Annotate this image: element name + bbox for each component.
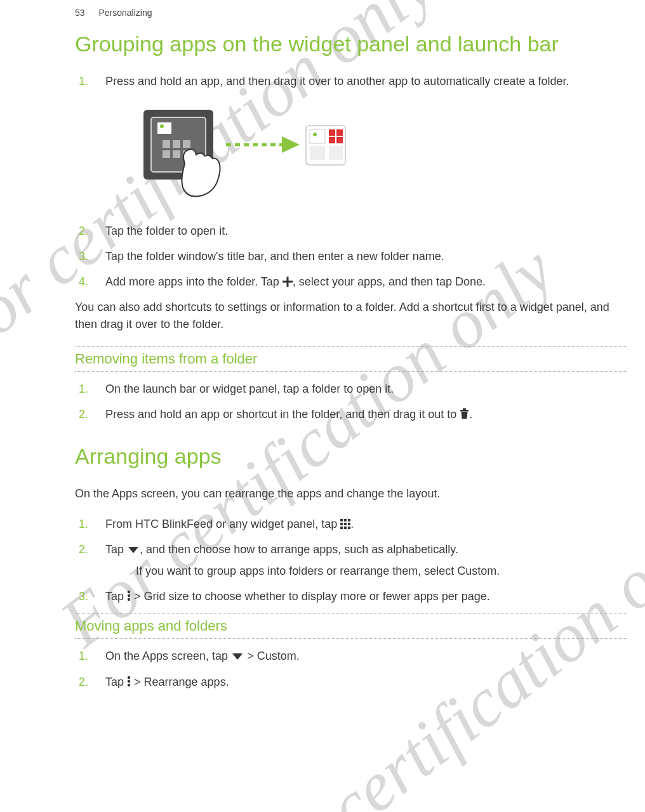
step-text: On the launch bar or widget panel, tap a… <box>105 383 394 395</box>
apps-grid-icon <box>340 519 350 529</box>
moving-steps: 1. On the Apps screen, tap > Custom. 2. … <box>75 648 627 690</box>
page-number: 53 <box>75 8 85 18</box>
svg-rect-19 <box>310 146 325 160</box>
svg-rect-15 <box>329 129 335 136</box>
subheading-removing: Removing items from a folder <box>75 346 627 372</box>
step-text: . <box>482 275 486 288</box>
step-text: . <box>350 518 354 530</box>
step-number: 2. <box>79 674 88 690</box>
svg-point-40 <box>128 679 130 682</box>
dropdown-triangle-icon <box>127 546 140 554</box>
section-title-grouping: Grouping apps on the widget panel and la… <box>75 32 627 56</box>
step-text: On the Apps screen, tap <box>105 650 231 662</box>
step-text: . <box>226 676 229 688</box>
step-text: Press and hold an app or shortcut in the… <box>105 408 460 421</box>
step-number: 2. <box>79 541 88 558</box>
svg-marker-11 <box>282 136 300 153</box>
step-text: > <box>131 676 144 688</box>
step-number: 2. <box>79 223 88 239</box>
svg-marker-34 <box>128 547 138 553</box>
list-item: 1. From HTC BlinkFeed or any widget pane… <box>105 516 627 532</box>
svg-rect-6 <box>183 140 190 148</box>
list-item: 2. Tap > Rearrange apps. <box>105 674 627 690</box>
bold-label: Grid size <box>144 590 189 603</box>
svg-rect-20 <box>329 146 343 160</box>
svg-rect-17 <box>329 137 335 143</box>
svg-rect-26 <box>344 519 347 521</box>
step-text: Tap <box>105 676 127 688</box>
drag-illustration <box>143 103 627 205</box>
grouping-note: You can also add shortcuts to settings o… <box>75 299 627 332</box>
svg-rect-2 <box>157 122 171 134</box>
bold-label: Done <box>455 275 482 288</box>
section-title-arranging: Arranging apps <box>75 444 627 469</box>
bold-label: Rearrange apps <box>144 676 226 688</box>
list-item: 3. Tap > Grid size to choose whether to … <box>105 588 627 605</box>
svg-marker-38 <box>232 653 243 660</box>
svg-point-14 <box>313 133 317 136</box>
step-text: , and then choose how to arrange apps, s… <box>140 543 458 556</box>
step-number: 1. <box>79 73 88 89</box>
step-text: Add more apps into the folder. Tap <box>105 275 283 288</box>
svg-rect-8 <box>173 150 180 158</box>
svg-point-39 <box>128 676 130 678</box>
svg-rect-16 <box>336 129 343 136</box>
list-item: 3. Tap the folder window's title bar, an… <box>105 248 627 265</box>
step-text: Tap the folder to open it. <box>105 225 228 237</box>
svg-rect-7 <box>163 150 170 158</box>
step-text: From HTC BlinkFeed or any widget panel, … <box>105 518 340 530</box>
svg-rect-22 <box>283 281 293 283</box>
step-number: 1. <box>79 648 88 664</box>
list-item: 1. On the Apps screen, tap > Custom. <box>105 648 627 664</box>
step-number: 3. <box>79 588 88 605</box>
svg-point-3 <box>160 124 164 128</box>
bold-label: Custom <box>257 650 296 662</box>
trash-icon <box>460 408 469 419</box>
svg-rect-23 <box>460 410 469 412</box>
plus-icon <box>283 277 293 287</box>
svg-rect-13 <box>310 129 325 143</box>
step-text: > <box>131 590 144 603</box>
list-item: 2. Tap the folder to open it. <box>105 223 627 239</box>
svg-rect-4 <box>163 140 170 148</box>
removing-steps: 1. On the launch bar or widget panel, ta… <box>75 381 627 422</box>
step-text: Tap the folder window's title bar, and t… <box>105 250 444 263</box>
list-item: 2. Press and hold an app or shortcut in … <box>105 406 627 422</box>
dropdown-triangle-icon <box>231 652 244 661</box>
svg-rect-32 <box>344 527 347 529</box>
svg-rect-28 <box>340 523 343 525</box>
step-text: Tap <box>105 590 127 603</box>
list-item: 1. On the launch bar or widget panel, ta… <box>105 381 627 397</box>
step-number: 2. <box>79 406 88 422</box>
list-item: 1. Press and hold an app, and then drag … <box>105 73 627 205</box>
step-text: to choose whether to display more or few… <box>189 590 490 603</box>
step-text: , select your apps, and then tap <box>293 275 455 288</box>
list-item: 2. Tap , and then choose how to arrange … <box>105 541 627 579</box>
svg-rect-31 <box>340 527 343 529</box>
step-number: 4. <box>79 273 88 290</box>
svg-point-37 <box>128 598 130 601</box>
page-header: 53 Personalizing <box>75 8 627 18</box>
step-text: . <box>469 408 472 421</box>
section-name: Personalizing <box>98 8 152 18</box>
step-text: Tap <box>105 543 127 556</box>
svg-point-35 <box>128 591 130 593</box>
arranging-intro: On the Apps screen, you can rearrange th… <box>75 485 627 502</box>
step-number: 1. <box>79 516 88 532</box>
document-page: 53 Personalizing Grouping apps on the wi… <box>0 0 645 690</box>
svg-rect-24 <box>463 408 466 410</box>
svg-point-41 <box>128 683 130 686</box>
svg-point-36 <box>128 594 130 597</box>
svg-rect-25 <box>340 519 343 521</box>
step-number: 3. <box>79 248 88 265</box>
list-item: 4. Add more apps into the folder. Tap , … <box>105 273 627 290</box>
step-note: If you want to group apps into folders o… <box>136 563 627 579</box>
svg-rect-18 <box>336 137 343 143</box>
svg-rect-5 <box>173 140 180 148</box>
svg-rect-29 <box>344 523 347 525</box>
subheading-moving: Moving apps and folders <box>75 613 627 639</box>
grouping-steps: 1. Press and hold an app, and then drag … <box>75 73 627 290</box>
step-text: . <box>296 650 300 662</box>
step-number: 1. <box>79 381 88 397</box>
step-text: > <box>244 650 257 662</box>
